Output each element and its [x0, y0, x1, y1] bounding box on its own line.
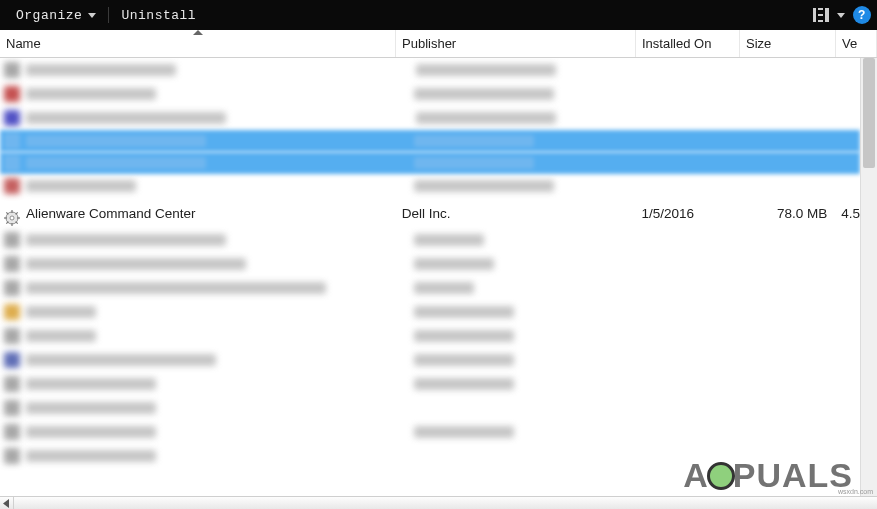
- column-header-size[interactable]: Size: [740, 30, 836, 57]
- list-item[interactable]: [0, 82, 860, 106]
- list-item-alienware-command-center[interactable]: Alienware Command Center Dell Inc. 1/5/2…: [0, 198, 860, 228]
- program-icon: [4, 210, 20, 226]
- scrollbar-thumb[interactable]: [863, 58, 875, 168]
- column-header-publisher[interactable]: Publisher: [396, 30, 636, 57]
- svg-point-9: [10, 216, 14, 220]
- list-item[interactable]: [0, 174, 860, 198]
- chevron-down-icon[interactable]: [837, 13, 845, 18]
- list-item[interactable]: [0, 348, 860, 372]
- list-item[interactable]: [0, 252, 860, 276]
- organize-label: Organize: [16, 8, 82, 23]
- svg-line-8: [6, 221, 8, 223]
- list-item[interactable]: [0, 58, 860, 82]
- list-item[interactable]: [0, 106, 860, 130]
- programs-list: Alienware Command Center Dell Inc. 1/5/2…: [0, 58, 877, 496]
- program-version: 4.5: [835, 206, 860, 221]
- list-item[interactable]: [0, 324, 860, 348]
- scroll-left-button[interactable]: [0, 497, 14, 510]
- program-name: Alienware Command Center: [26, 206, 196, 221]
- svg-line-5: [6, 212, 8, 214]
- list-item[interactable]: [0, 396, 860, 420]
- list-item-selected[interactable]: [0, 152, 860, 174]
- svg-line-6: [16, 221, 18, 223]
- program-size: 78.0 MB: [739, 206, 835, 221]
- program-publisher: Dell Inc.: [396, 206, 636, 221]
- column-header-version[interactable]: Ve: [836, 30, 877, 57]
- list-item[interactable]: [0, 372, 860, 396]
- help-icon[interactable]: ?: [853, 6, 871, 24]
- uninstall-button[interactable]: Uninstall: [111, 0, 206, 30]
- column-headers: Name Publisher Installed On Size Ve: [0, 30, 877, 58]
- list-item[interactable]: [0, 444, 860, 468]
- list-item[interactable]: [0, 228, 860, 252]
- list-item[interactable]: [0, 300, 860, 324]
- column-header-name[interactable]: Name: [0, 30, 396, 57]
- view-options-icon[interactable]: [813, 8, 829, 22]
- list-item-selected[interactable]: [0, 130, 860, 152]
- uninstall-label: Uninstall: [121, 8, 196, 23]
- list-item[interactable]: [0, 420, 860, 444]
- sort-ascending-icon: [193, 30, 203, 35]
- horizontal-scrollbar[interactable]: [0, 496, 877, 509]
- command-bar: Organize Uninstall ?: [0, 0, 877, 30]
- toolbar-separator: [108, 7, 109, 23]
- organize-menu-button[interactable]: Organize: [6, 0, 106, 30]
- vertical-scrollbar[interactable]: [860, 58, 877, 496]
- chevron-down-icon: [88, 13, 96, 18]
- svg-line-7: [16, 212, 18, 214]
- svg-marker-10: [3, 499, 9, 508]
- column-header-installed-on[interactable]: Installed On: [636, 30, 740, 57]
- list-item[interactable]: [0, 276, 860, 300]
- program-installed-on: 1/5/2016: [635, 206, 739, 221]
